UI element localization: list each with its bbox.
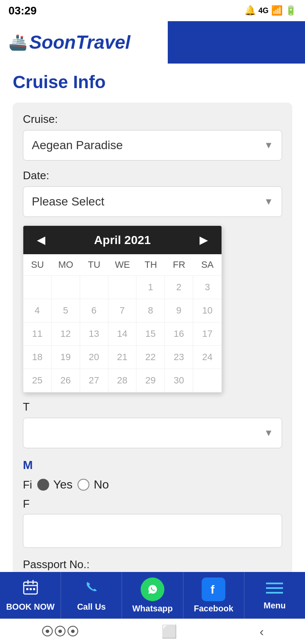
cal-day-10[interactable]: 10 (193, 299, 222, 322)
cal-day-18[interactable]: 18 (23, 346, 52, 369)
date-group: Date: Please Select ▼ (23, 169, 282, 217)
svg-rect-4 (26, 588, 28, 590)
cal-next-button[interactable]: ▶ (194, 232, 213, 248)
cal-day-19[interactable]: 19 (52, 346, 80, 369)
nav-menu[interactable]: Menu (244, 572, 305, 619)
first-name-label: Fi (23, 478, 32, 491)
type-select[interactable]: ▼ (23, 418, 282, 448)
signal-icon: 📶 (271, 5, 283, 16)
cal-day-7[interactable]: 7 (108, 299, 137, 322)
cal-day-empty (23, 276, 52, 299)
svg-text:f: f (211, 583, 215, 596)
cruise-group: Cruise: Aegean Paradise ▼ (23, 113, 282, 161)
type-group: T ▼ (23, 400, 282, 448)
cal-day-24[interactable]: 24 (193, 346, 222, 369)
battery-icon: 🔋 (285, 5, 297, 16)
cal-day-empty (193, 369, 222, 392)
day-sa: SA (193, 254, 222, 275)
cal-day-8[interactable]: 8 (136, 299, 165, 322)
call-us-label: Call Us (77, 602, 106, 612)
day-tu: TU (80, 254, 108, 275)
whatsapp-icon (141, 577, 164, 601)
nav-whatsapp[interactable]: Whatsapp (122, 572, 183, 619)
type-label: T (23, 400, 282, 414)
ship-icon: 🚢 (8, 33, 28, 51)
cal-day-15[interactable]: 15 (136, 322, 165, 346)
nav-book-now[interactable]: BOOK NOW (0, 572, 61, 619)
cal-prev-button[interactable]: ◀ (32, 232, 50, 248)
date-select[interactable]: Please Select ▼ (23, 186, 282, 217)
cal-day-26[interactable]: 26 (52, 369, 80, 392)
calendar-popup: ◀ April 2021 ▶ SU MO TU WE TH FR SA 1234… (23, 225, 222, 393)
cal-day-2[interactable]: 2 (165, 276, 193, 299)
cal-day-5[interactable]: 5 (52, 299, 80, 322)
first-name-row: Fi Yes No (23, 478, 282, 491)
type-arrow-icon: ▼ (264, 427, 273, 439)
cruise-arrow-icon: ▼ (264, 140, 273, 151)
calendar-month-title: April 2021 (94, 233, 151, 247)
day-su: SU (23, 254, 52, 275)
further-group: F (23, 497, 282, 548)
day-fr: FR (165, 254, 193, 275)
menu-icon (266, 580, 283, 598)
calendar-grid: SU MO TU WE TH FR SA 1234567891011121314… (23, 254, 222, 392)
status-icons: 🔔 4G 📶 🔋 (244, 5, 297, 16)
cal-day-3[interactable]: 3 (193, 276, 222, 299)
time: 03:29 (8, 4, 37, 17)
book-now-label: BOOK NOW (6, 602, 54, 612)
cal-day-14[interactable]: 14 (108, 322, 137, 346)
cal-day-21[interactable]: 21 (108, 346, 137, 369)
main-content: Cruise Info Cruise: Aegean Paradise ▼ Da… (0, 64, 305, 644)
cal-day-empty (52, 276, 80, 299)
cal-day-25[interactable]: 25 (23, 369, 52, 392)
date-value: Please Select (32, 195, 104, 208)
cal-day-23[interactable]: 23 (165, 346, 193, 369)
no-radio-label[interactable]: No (78, 478, 109, 491)
further-input[interactable] (23, 514, 282, 548)
svg-rect-6 (33, 588, 35, 590)
back-button[interactable]: ‹ (260, 625, 264, 639)
calendar-header: ◀ April 2021 ▶ (23, 226, 222, 254)
cal-day-17[interactable]: 17 (193, 322, 222, 346)
cal-day-20[interactable]: 20 (80, 346, 108, 369)
day-we: WE (108, 254, 137, 275)
nav-facebook[interactable]: f Facebook (183, 572, 244, 619)
logo-text: SoonTravel (29, 32, 130, 53)
cal-day-12[interactable]: 12 (52, 322, 80, 346)
calendar-days-header: SU MO TU WE TH FR SA (23, 254, 222, 276)
recents-button[interactable]: ⦿⦿⦿ (41, 625, 79, 639)
cal-day-30[interactable]: 30 (165, 369, 193, 392)
cruise-value: Aegean Paradise (32, 139, 123, 152)
yes-radio-button[interactable] (37, 479, 49, 491)
cal-day-9[interactable]: 9 (165, 299, 193, 322)
home-button[interactable]: ⬜ (161, 624, 177, 639)
cal-day-27[interactable]: 27 (80, 369, 108, 392)
cal-day-1[interactable]: 1 (136, 276, 165, 299)
call-us-icon (83, 579, 100, 600)
date-arrow-icon: ▼ (264, 196, 273, 207)
cal-day-22[interactable]: 22 (136, 346, 165, 369)
cal-day-6[interactable]: 6 (80, 299, 108, 322)
svg-rect-5 (30, 588, 32, 590)
day-mo: MO (52, 254, 80, 275)
form-section: Cruise: Aegean Paradise ▼ Date: Please S… (13, 103, 292, 644)
cal-day-13[interactable]: 13 (80, 322, 108, 346)
phone-nav-bar: ⦿⦿⦿ ⬜ ‹ (0, 619, 305, 644)
network-icon: 4G (258, 6, 269, 15)
yes-radio-label[interactable]: Yes (37, 478, 73, 491)
no-radio-button[interactable] (78, 479, 89, 491)
nav-call-us[interactable]: Call Us (61, 572, 122, 619)
cal-day-11[interactable]: 11 (23, 322, 52, 346)
facebook-icon: f (202, 577, 225, 601)
cal-day-29[interactable]: 29 (136, 369, 165, 392)
book-now-icon (22, 579, 39, 600)
cal-day-28[interactable]: 28 (108, 369, 137, 392)
cruise-select[interactable]: Aegean Paradise ▼ (23, 130, 282, 161)
date-label: Date: (23, 169, 282, 182)
cal-day-16[interactable]: 16 (165, 322, 193, 346)
passport-label: Passport No.: (23, 558, 282, 571)
page-title: Cruise Info (13, 72, 292, 92)
cal-day-4[interactable]: 4 (23, 299, 52, 322)
cal-day-empty (108, 276, 137, 299)
facebook-label: Facebook (194, 604, 233, 613)
